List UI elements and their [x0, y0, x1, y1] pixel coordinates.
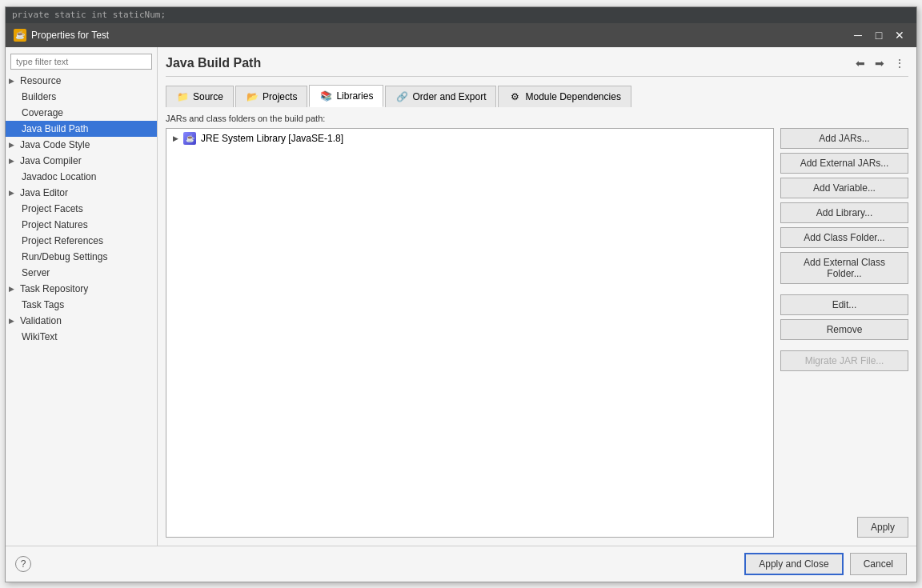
title-left: ☕ Properties for Test — [14, 29, 109, 42]
sidebar-item-javadoc[interactable]: Javadoc Location — [6, 169, 157, 185]
tab-module-dependencies[interactable]: ⚙ Module Dependencies — [498, 86, 631, 107]
sidebar-item-project-references[interactable]: Project References — [6, 233, 157, 249]
tabs-bar: 📁 Source 📂 Projects 📚 Libraries 🔗 Order … — [166, 85, 908, 107]
source-tab-icon: 📁 — [176, 90, 189, 103]
sidebar-item-project-facets[interactable]: Project Facets — [6, 201, 157, 217]
cancel-button[interactable]: Cancel — [850, 553, 907, 575]
main-panel: Java Build Path ⬅ ➡ ⋮ 📁 Source 📂 Project… — [158, 47, 916, 546]
nav-back-button[interactable]: ⬅ — [852, 55, 868, 71]
add-external-class-folder-button[interactable]: Add External Class Folder... — [780, 252, 908, 284]
panel-nav: ⬅ ➡ ⋮ — [852, 55, 908, 71]
add-jars-button[interactable]: Add JARs... — [780, 128, 908, 149]
expand-arrow: ▶ — [9, 189, 17, 197]
expand-arrow: ▶ — [9, 141, 17, 149]
order-export-tab-icon: 🔗 — [395, 90, 408, 103]
sidebar-item-wikitext[interactable]: WikiText — [6, 329, 157, 345]
expand-arrow: ▶ — [9, 317, 17, 325]
tab-projects[interactable]: 📂 Projects — [235, 86, 307, 107]
sidebar: ▶ Resource Builders Coverage Java Build … — [6, 47, 158, 546]
title-bar: ☕ Properties for Test ─ □ ✕ — [6, 23, 916, 47]
add-external-jars-button[interactable]: Add External JARs... — [780, 153, 908, 174]
nav-forward-button[interactable]: ➡ — [872, 55, 888, 71]
sidebar-item-java-code-style[interactable]: ▶ Java Code Style — [6, 137, 157, 153]
sidebar-item-validation[interactable]: ▶ Validation — [6, 313, 157, 329]
apply-button-top[interactable]: Apply — [857, 517, 908, 538]
tree-expand-arrow: ▶ — [173, 134, 178, 142]
maximize-button[interactable]: □ — [870, 28, 888, 42]
libraries-tab-icon: 📚 — [319, 90, 332, 102]
window-title: Properties for Test — [31, 30, 109, 41]
projects-tab-icon: 📂 — [246, 90, 259, 103]
sidebar-item-run-debug[interactable]: Run/Debug Settings — [6, 249, 157, 265]
content-area: ▶ Resource Builders Coverage Java Build … — [6, 47, 916, 546]
tab-order-export[interactable]: 🔗 Order and Export — [385, 86, 496, 107]
tab-libraries[interactable]: 📚 Libraries — [309, 85, 383, 107]
sidebar-item-java-build-path[interactable]: Java Build Path — [6, 121, 157, 137]
close-button[interactable]: ✕ — [891, 28, 908, 42]
panel-title-bar: Java Build Path ⬅ ➡ ⋮ — [166, 55, 908, 77]
description: JARs and class folders on the build path… — [166, 114, 908, 123]
window-icon: ☕ — [14, 29, 26, 42]
jre-icon: ☕ — [183, 132, 196, 145]
sidebar-item-project-natures[interactable]: Project Natures — [6, 217, 157, 233]
buttons-panel: Add JARs... Add External JARs... Add Var… — [780, 128, 908, 538]
add-library-button[interactable]: Add Library... — [780, 202, 908, 223]
panel-menu-button[interactable]: ⋮ — [891, 55, 908, 71]
expand-arrow: ▶ — [9, 285, 17, 293]
code-text: private static int staticNum; — [12, 10, 166, 20]
build-path-area: ▶ ☕ JRE System Library [JavaSE-1.8] Add … — [166, 128, 908, 538]
tree-row-jre[interactable]: ▶ ☕ JRE System Library [JavaSE-1.8] — [166, 129, 773, 148]
title-controls: ─ □ ✕ — [849, 28, 908, 42]
sidebar-item-java-compiler[interactable]: ▶ Java Compiler — [6, 153, 157, 169]
properties-window: private static int staticNum; ☕ Properti… — [5, 6, 917, 582]
footer-buttons: Apply and Close Cancel — [744, 553, 907, 575]
sidebar-item-server[interactable]: Server — [6, 265, 157, 281]
code-bar: private static int staticNum; — [6, 7, 916, 23]
help-button[interactable]: ? — [15, 556, 31, 572]
sidebar-item-resource[interactable]: ▶ Resource — [6, 73, 157, 89]
panel-title-text: Java Build Path — [166, 56, 261, 70]
sidebar-item-coverage[interactable]: Coverage — [6, 105, 157, 121]
add-variable-button[interactable]: Add Variable... — [780, 178, 908, 198]
expand-arrow: ▶ — [9, 157, 17, 165]
remove-button[interactable]: Remove — [780, 319, 908, 340]
edit-button[interactable]: Edit... — [780, 294, 908, 315]
tree-panel[interactable]: ▶ ☕ JRE System Library [JavaSE-1.8] — [166, 128, 774, 538]
apply-close-button[interactable]: Apply and Close — [744, 553, 843, 575]
add-class-folder-button[interactable]: Add Class Folder... — [780, 227, 908, 248]
sidebar-item-java-editor[interactable]: ▶ Java Editor — [6, 185, 157, 201]
sidebar-item-builders[interactable]: Builders — [6, 89, 157, 105]
module-dep-tab-icon: ⚙ — [508, 90, 521, 103]
sidebar-item-task-tags[interactable]: Task Tags — [6, 297, 157, 313]
migrate-jar-button[interactable]: Migrate JAR File... — [780, 350, 908, 371]
expand-arrow: ▶ — [9, 77, 17, 85]
minimize-button[interactable]: ─ — [849, 28, 867, 42]
search-input[interactable] — [10, 54, 152, 70]
tab-source[interactable]: 📁 Source — [166, 86, 234, 107]
footer-bar: ? Apply and Close Cancel — [6, 546, 916, 582]
sidebar-item-task-repository[interactable]: ▶ Task Repository — [6, 281, 157, 297]
